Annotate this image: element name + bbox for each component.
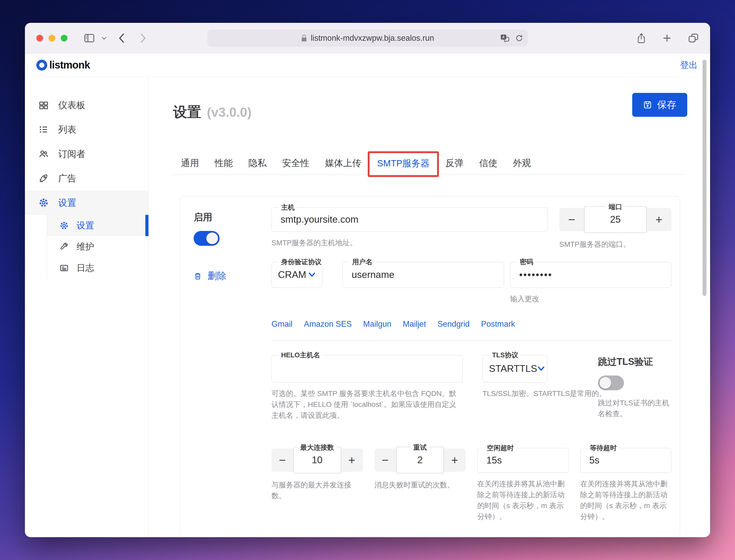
- provider-link-sendgrid[interactable]: Sendgrid: [437, 319, 469, 329]
- max-connections-increment-button[interactable]: +: [341, 453, 363, 467]
- translate-icon[interactable]: A: [500, 34, 510, 42]
- sidebar-item-dashboard[interactable]: 仪表板: [25, 93, 148, 117]
- host-input[interactable]: [281, 214, 539, 225]
- provider-links: Gmail Amazon SES Mailgun Mailjet Sendgri…: [271, 319, 671, 329]
- gear-icon: [59, 221, 69, 230]
- retries-decrement-button[interactable]: −: [375, 453, 396, 467]
- chevron-down-icon[interactable]: [101, 36, 107, 40]
- auth-protocol-select[interactable]: 身份验证协议 CRAM: [271, 262, 322, 288]
- forward-button[interactable]: [140, 33, 146, 43]
- close-window-button[interactable]: [36, 35, 43, 42]
- browser-window: listmonk-mdvxzwpw.bja.sealos.run A: [25, 23, 710, 537]
- submenu-item-settings[interactable]: 设置: [47, 215, 148, 236]
- username-field[interactable]: 用户名: [343, 262, 504, 288]
- retries-input[interactable]: [397, 455, 444, 466]
- tab-overview-icon[interactable]: [688, 33, 699, 44]
- tab-appearance[interactable]: 外观: [505, 152, 539, 175]
- sidebar-item-label: 列表: [58, 124, 76, 136]
- username-group: 用户名: [343, 262, 504, 288]
- host-field[interactable]: 主机: [271, 207, 548, 232]
- sidebar-toggle-icon[interactable]: [84, 34, 94, 43]
- tab-performance[interactable]: 性能: [207, 152, 241, 175]
- wait-timeout-input[interactable]: [589, 455, 663, 466]
- sidebar-item-settings[interactable]: 设置: [25, 190, 148, 215]
- wait-timeout-help: 在关闭连接并将其从池中删除之前等待连接上的新活动的时间（s 表示秒，m 表示分钟…: [580, 479, 672, 522]
- rocket-icon: [38, 173, 49, 183]
- password-input[interactable]: [519, 269, 663, 280]
- floppy-icon: [643, 100, 652, 109]
- enabled-label: 启用: [194, 211, 271, 224]
- idle-timeout-input[interactable]: [486, 455, 560, 466]
- delete-server-link[interactable]: 删除: [194, 270, 271, 282]
- wait-timeout-field[interactable]: 等待超时: [580, 448, 672, 473]
- share-icon[interactable]: [637, 33, 646, 44]
- host-help: SMTP服务器的主机地址。: [271, 237, 548, 248]
- tls-select[interactable]: TLS协议 STARTTLS: [482, 355, 547, 383]
- max-connections-group: − 最大连接数 + 与服务器的最大并发连接数。: [271, 448, 363, 522]
- settings-submenu: 设置 维护: [47, 215, 148, 279]
- port-increment-button[interactable]: +: [646, 213, 671, 227]
- max-connections-field[interactable]: 最大连接数: [293, 447, 341, 473]
- page-title: 设置: [173, 103, 201, 122]
- tls-group: TLS协议 STARTTLS TLS/SSL加密。STARTTLS是常用的。: [482, 355, 590, 399]
- listmonk-logo[interactable]: listmonk: [36, 59, 90, 71]
- helo-input[interactable]: [281, 363, 454, 374]
- port-help: SMTP服务器的端口。: [559, 239, 671, 250]
- tab-messenger[interactable]: 信使: [471, 152, 505, 175]
- submenu-item-maintenance[interactable]: 维护: [47, 236, 148, 257]
- auth-protocol-label: 身份验证协议: [278, 258, 324, 266]
- idle-timeout-field[interactable]: 空闲超时: [477, 448, 569, 473]
- zoom-window-button[interactable]: [61, 35, 67, 42]
- app-version: (v3.0.0): [207, 105, 251, 120]
- helo-group: HELO主机名 可选的。某些 SMTP 服务器要求主机名中包含 FQDN。默认情…: [271, 355, 463, 421]
- toggle-knob: [600, 377, 611, 389]
- minimize-window-button[interactable]: [49, 35, 55, 42]
- new-tab-icon[interactable]: [662, 33, 672, 44]
- tab-bounce[interactable]: 反弹: [438, 152, 471, 175]
- sidebar-item-subscribers[interactable]: 订阅者: [25, 142, 148, 166]
- gear-icon: [38, 197, 49, 208]
- provider-link-amazon-ses[interactable]: Amazon SES: [304, 319, 352, 329]
- page-title-row: 设置 (v3.0.0): [173, 103, 687, 122]
- page-scrollbar[interactable]: [703, 60, 706, 296]
- provider-link-mailjet[interactable]: Mailjet: [403, 319, 426, 329]
- sidebar-item-lists[interactable]: 列表: [25, 117, 148, 142]
- sidebar-item-campaigns[interactable]: 广告: [25, 166, 148, 190]
- tab-privacy[interactable]: 隐私: [241, 152, 274, 175]
- tab-security[interactable]: 安全性: [274, 152, 317, 175]
- skip-tls-group: 跳过TLS验证 跳过对TLS证书的主机名检查。: [598, 355, 671, 419]
- password-field[interactable]: 密码: [510, 262, 672, 288]
- skip-tls-toggle[interactable]: [598, 375, 624, 390]
- provider-link-gmail[interactable]: Gmail: [271, 319, 292, 329]
- password-label: 密码: [517, 258, 536, 266]
- lock-icon: [301, 34, 307, 42]
- save-button[interactable]: 保存: [632, 93, 687, 117]
- toggle-knob: [206, 233, 218, 244]
- reload-icon[interactable]: [515, 34, 523, 42]
- provider-link-postmark[interactable]: Postmark: [481, 319, 515, 329]
- provider-link-mailgun[interactable]: Mailgun: [363, 319, 391, 329]
- main-content: 设置 (v3.0.0) 保存 通用 性能: [149, 77, 710, 537]
- max-connections-input[interactable]: [294, 455, 341, 466]
- traffic-lights: [36, 35, 67, 42]
- tab-general[interactable]: 通用: [173, 152, 207, 175]
- enabled-toggle[interactable]: [194, 231, 220, 246]
- password-group: 密码 输入更改: [510, 262, 672, 304]
- retries-increment-button[interactable]: +: [444, 453, 466, 467]
- max-connections-decrement-button[interactable]: −: [271, 453, 293, 467]
- port-input[interactable]: [584, 214, 646, 225]
- port-field[interactable]: 端口: [584, 206, 646, 233]
- back-button[interactable]: [118, 33, 125, 43]
- submenu-item-logs[interactable]: 日志: [47, 257, 148, 279]
- port-decrement-button[interactable]: −: [559, 213, 584, 227]
- logout-link[interactable]: 登出: [680, 59, 698, 71]
- tab-media-upload[interactable]: 媒体上传: [317, 152, 369, 175]
- username-input[interactable]: [352, 269, 495, 280]
- retries-field[interactable]: 重试: [396, 447, 444, 473]
- retries-help: 消息失败时重试的次数。: [375, 480, 466, 490]
- tab-smtp[interactable]: SMTP服务器: [369, 152, 438, 175]
- address-bar[interactable]: listmonk-mdvxzwpw.bja.sealos.run A: [207, 30, 528, 47]
- helo-help: 可选的。某些 SMTP 服务器要求主机名中包含 FQDN。默认情况下，HELLO…: [271, 388, 463, 421]
- port-field-group: − 端口 + SMTP服务器的端口。: [559, 207, 671, 250]
- helo-field[interactable]: HELO主机名: [271, 355, 463, 383]
